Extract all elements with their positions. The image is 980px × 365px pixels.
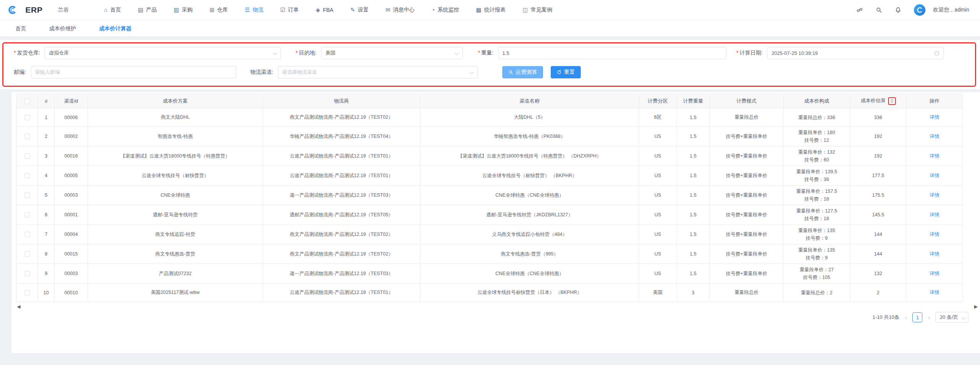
row-checkbox[interactable]	[25, 173, 30, 178]
warehouse-select[interactable]: 虚拟仓库	[45, 47, 281, 59]
table-row: 7 00004 燕文专线追踪-特货 燕文产品测试物流商-产品测试12.19（TE…	[17, 225, 963, 244]
zipcode-input[interactable]: 请输入邮编	[31, 66, 236, 78]
prev-page-icon[interactable]: ‹	[905, 314, 907, 321]
nav-item-settings[interactable]: ✎设置	[350, 7, 369, 13]
nav-item-warehouse[interactable]: ⊞仓库	[209, 7, 228, 13]
detail-link[interactable]: 详情	[930, 192, 939, 198]
scroll-left-icon[interactable]: ◀	[17, 304, 20, 310]
bill-mode: 重量段总价	[710, 108, 784, 127]
nav-item-logistics[interactable]: ☰物流	[245, 7, 263, 13]
welcome-text[interactable]: 欢迎您，admin	[933, 7, 969, 13]
row-checkbox[interactable]	[25, 290, 30, 295]
nav-item-order[interactable]: ☑订单	[280, 7, 299, 13]
detail-link[interactable]: 详情	[930, 232, 939, 237]
nav-item-fba[interactable]: ◈FBA	[316, 7, 334, 13]
app-title: ERP	[25, 5, 43, 15]
nav-item-procure[interactable]: ▥采购	[174, 7, 193, 13]
row-checkbox[interactable]	[25, 271, 30, 276]
detail-link[interactable]: 详情	[930, 212, 939, 217]
sort-asc-icon[interactable]	[890, 99, 894, 101]
search-icon	[508, 70, 513, 75]
channel-id: 00015	[55, 244, 88, 264]
nav-item-message[interactable]: ✉消息中心	[385, 7, 415, 13]
bill-weight: 1.5	[677, 108, 710, 127]
table-row: 9 00003 产品测试07232 递一产品测试物流商-产品测试12.19（TE…	[17, 264, 963, 284]
cost-line: 重量段单价：139.5	[786, 168, 847, 176]
bill-mode: 挂号费+重量段单价	[710, 244, 784, 264]
bill-mode: 挂号费+重量段单价	[710, 146, 784, 166]
detail-link[interactable]: 详情	[930, 251, 939, 257]
calc-date-input[interactable]: 2025-07-25 10:39:19	[767, 47, 944, 59]
result-table: # 渠道id 成本价方案 物流商 渠道名称 计费分区 计费重量 计费模式 成本价…	[16, 94, 963, 302]
cost-composition: 重量段单价：132挂号费：60	[784, 146, 850, 166]
detail-link[interactable]: 详情	[930, 114, 939, 120]
cost-line: 重量段总价：2	[786, 289, 847, 297]
bill-weight: 1.5	[677, 244, 710, 264]
tab-1[interactable]: 成本价维护	[38, 20, 88, 37]
channel-select[interactable]: 请选择物流渠道	[278, 66, 478, 78]
row-checkbox[interactable]	[25, 251, 30, 257]
link-icon[interactable]	[856, 7, 863, 13]
cost-line: 重量段单价：132	[786, 148, 847, 156]
next-page-icon[interactable]: ›	[928, 314, 930, 321]
cost-estimate: 175.5	[850, 186, 907, 205]
calculate-freight-button[interactable]: 运费测算	[502, 66, 543, 78]
detail-link[interactable]: 详情	[930, 290, 939, 295]
cost-composition: 重量段单价：135挂号费：9	[784, 225, 850, 244]
row-index: 3	[38, 146, 55, 166]
channel-name: CNE全球特惠（CNE全球特惠）	[420, 264, 639, 284]
nav-item-report[interactable]: ▦统计报表	[476, 7, 506, 13]
destination-label: *目的地:	[296, 50, 316, 56]
detail-link[interactable]: 详情	[930, 173, 939, 178]
row-index: 6	[38, 205, 55, 225]
table-row: 4 00005 云途全球专线挂号（标快普货） 云途产品测试物流商-产品测试12.…	[17, 166, 963, 186]
weight-input[interactable]: 1.5	[498, 47, 726, 59]
reset-button[interactable]: 重置	[551, 66, 581, 78]
row-checkbox[interactable]	[25, 134, 30, 139]
bill-mode: 挂号费+重量段单价	[710, 127, 784, 146]
table-row: 8 00015 燕文专线惠选-普货 燕文产品测试物流商-产品测试12.19（TE…	[17, 244, 963, 264]
col-bill-mode: 计费模式	[710, 94, 784, 108]
user-avatar[interactable]	[914, 4, 925, 16]
required-mark: *	[478, 50, 480, 56]
row-index: 1	[38, 108, 55, 127]
cost-estimate: 2	[850, 284, 907, 302]
row-checkbox[interactable]	[25, 232, 30, 237]
nav-item-label: 仓库	[217, 7, 228, 13]
page-size-select[interactable]: 20 条/页	[935, 312, 968, 323]
cost-plan: 智惠选专线-特惠	[88, 127, 263, 146]
row-index: 9	[38, 264, 55, 284]
destination-select[interactable]: 美国	[321, 47, 463, 59]
search-icon[interactable]	[875, 7, 882, 13]
provider: 云途产品测试物流商-产品测试12.19（TEST01）	[263, 284, 420, 302]
cost-composition: 重量段单价：157.5挂号费：18	[784, 186, 850, 205]
detail-link[interactable]: 详情	[930, 271, 939, 276]
nav-item-label: 首页	[110, 7, 121, 13]
procure-icon: ▥	[174, 7, 179, 13]
pagination: 1-10 共10条 ‹ 1 › 20 条/页	[16, 310, 980, 323]
row-checkbox[interactable]	[25, 192, 30, 198]
nav-item-home[interactable]: ⌂首页	[104, 7, 121, 13]
scroll-right-icon[interactable]: ▶	[974, 304, 978, 310]
tab-2[interactable]: 成本价计算器	[88, 20, 143, 37]
row-checkbox[interactable]	[25, 115, 30, 120]
tab-0[interactable]: 首页	[4, 20, 38, 37]
nav-item-cases[interactable]: ◫常见案例	[523, 7, 552, 13]
detail-link[interactable]: 详情	[930, 153, 939, 159]
nav-item-monitor[interactable]: ◔系统监控	[432, 7, 459, 13]
bell-icon[interactable]	[895, 7, 902, 13]
bill-zone: US	[639, 186, 677, 205]
form-row-2: 邮编: 请输入邮编 物流渠道: 请选择物流渠道 运费测算 重置	[14, 66, 980, 78]
row-checkbox[interactable]	[25, 212, 30, 217]
order-icon: ☑	[280, 7, 285, 13]
nav-item-product[interactable]: ▤产品	[138, 7, 157, 13]
provider: 华翰产品测试物流商-产品测试12.19（TEST04）	[263, 127, 420, 146]
row-index: 7	[38, 225, 55, 244]
zipcode-label: 邮编:	[14, 69, 26, 76]
row-checkbox[interactable]	[25, 153, 30, 159]
page-number[interactable]: 1	[912, 312, 922, 322]
cost-composition: 重量段单价：135挂号费：9	[784, 244, 850, 264]
select-all-checkbox[interactable]	[25, 99, 30, 104]
detail-link[interactable]: 详情	[930, 134, 939, 139]
sort-desc-icon[interactable]	[890, 101, 894, 103]
